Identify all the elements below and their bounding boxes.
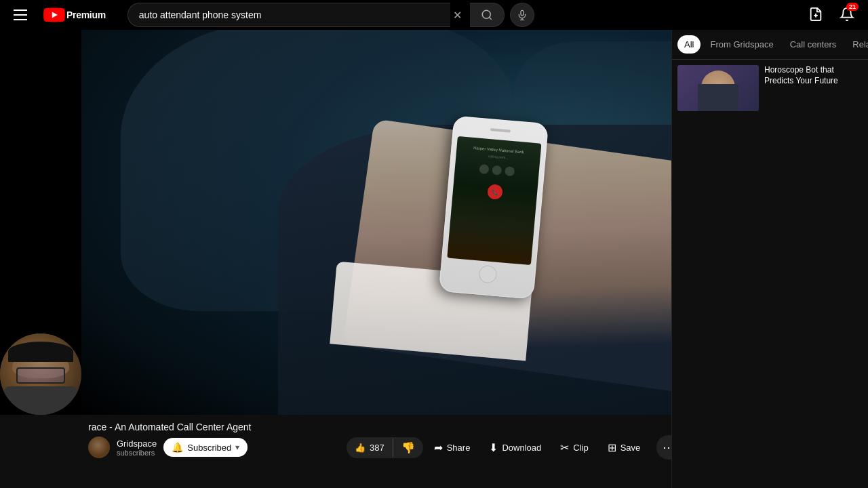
phone-screen-content: Harper Valley National Bank calling park… — [455, 142, 538, 203]
clip-label: Clip — [573, 443, 588, 453]
svg-rect-3 — [521, 10, 524, 15]
save-icon: ⊞ — [608, 441, 616, 454]
save-label: Save — [620, 443, 641, 453]
clear-search-button[interactable]: ✕ — [448, 9, 467, 22]
dislike-button[interactable]: 👎 — [393, 437, 423, 458]
phone: Harper Valley National Bank calling park… — [439, 115, 549, 299]
tab-related[interactable]: Related — [846, 35, 868, 54]
related-video-title: Horoscope Bot that Predicts Your Future — [764, 65, 863, 86]
save-button[interactable]: ⊞ Save — [599, 437, 649, 458]
right-panel: All From Gridspace Call centers Related … — [671, 30, 868, 488]
tab-from-gridspace[interactable]: From Gridspace — [703, 35, 780, 54]
subscribe-label: Subscribed — [187, 443, 231, 453]
download-label: Download — [502, 443, 541, 453]
subscribe-button[interactable]: 🔔 Subscribed ▾ — [163, 438, 248, 457]
bell-small-icon: 🔔 — [172, 442, 183, 453]
download-button[interactable]: ⬇ Download — [481, 437, 549, 458]
related-video-item[interactable]: Horoscope Bot that Predicts Your Future — [677, 65, 863, 111]
share-label: Share — [447, 443, 471, 453]
tab-all[interactable]: All — [677, 35, 701, 54]
download-icon: ⬇ — [489, 441, 498, 454]
svg-point-1 — [482, 10, 490, 18]
premium-logo-text: Premium — [66, 9, 106, 20]
search-button[interactable] — [470, 3, 505, 27]
channel-avatar — [88, 436, 110, 458]
channel-info: Gridspace subscribers — [117, 439, 157, 457]
chevron-down-icon: ▾ — [235, 443, 239, 452]
search-icon — [481, 9, 493, 21]
thumbs-down-icon: 👎 — [401, 442, 415, 453]
related-thumb-inner — [677, 65, 759, 111]
create-icon — [808, 7, 823, 22]
tab-bar: All From Gridspace Call centers Related … — [672, 30, 868, 60]
search-input[interactable] — [127, 3, 450, 27]
like-dislike-section: 👍 387 👎 — [347, 437, 423, 458]
clip-button[interactable]: ✂ Clip — [552, 437, 596, 458]
pip-face — [0, 333, 81, 415]
related-video-thumbnail — [677, 65, 759, 111]
pip-avatar — [0, 333, 81, 415]
subscriber-count: subscribers — [117, 449, 157, 457]
hamburger-button[interactable] — [11, 7, 30, 23]
phone-screen: Harper Valley National Bank calling park… — [447, 136, 541, 265]
phone-body: Harper Valley National Bank calling park… — [439, 115, 549, 299]
share-icon: ➦ — [434, 441, 443, 454]
phone-home-button — [478, 265, 497, 284]
mic-button[interactable] — [510, 3, 534, 27]
related-video-info: Horoscope Bot that Predicts Your Future — [764, 65, 863, 111]
notification-badge: 21 — [846, 3, 859, 11]
channel-section: Gridspace subscribers 🔔 Subscribed ▾ — [88, 436, 248, 458]
search-container: ✕ — [127, 3, 534, 27]
tab-call-centers[interactable]: Call centers — [783, 35, 844, 54]
logo-area[interactable]: Premium — [43, 7, 106, 22]
pip-glasses — [16, 367, 65, 384]
phone-earpiece — [490, 128, 511, 133]
related-videos-list: Horoscope Bot that Predicts Your Future — [672, 60, 868, 488]
thumbs-up-icon: 👍 — [355, 443, 366, 453]
create-button[interactable] — [806, 4, 826, 26]
youtube-logo-icon — [43, 7, 65, 22]
like-button[interactable]: 👍 387 — [347, 439, 393, 457]
clip-icon: ✂ — [560, 441, 569, 454]
navbar: Premium ✕ — [0, 0, 868, 30]
share-button[interactable]: ➦ Share — [426, 437, 479, 458]
nav-right: 21 — [806, 4, 857, 26]
notification-button[interactable]: 21 — [837, 4, 857, 26]
mic-icon — [517, 9, 528, 20]
svg-line-2 — [489, 17, 491, 19]
channel-name: Gridspace — [117, 439, 157, 449]
like-count: 387 — [370, 443, 384, 453]
